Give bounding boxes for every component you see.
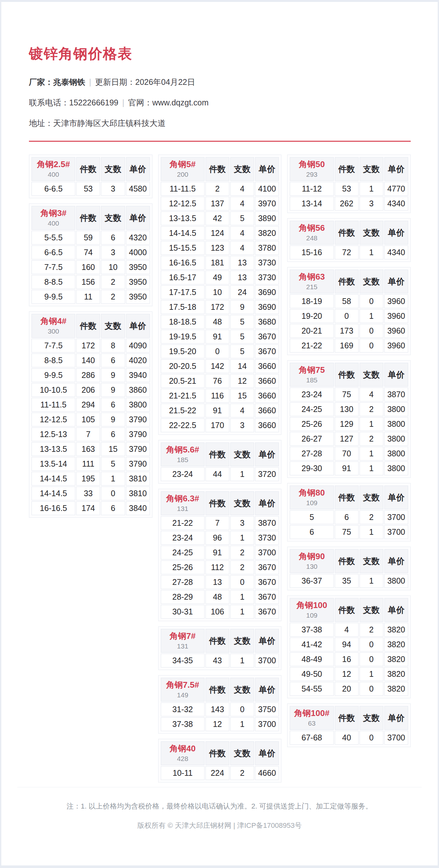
table-row: 9-9.5 11 2 3950 — [31, 290, 150, 304]
table-row: 49-50 12 1 3820 — [290, 667, 408, 681]
table-row: 28-29 48 1 3670 — [161, 590, 279, 604]
price-cell: 3890 — [255, 212, 279, 225]
footer-copyright: 版权所有 © 天津大邱庄钢材网 | 津ICP备17008953号 — [1, 821, 438, 830]
price-cell: 3870 — [255, 516, 279, 530]
price-cell: 4660 — [255, 766, 279, 780]
qty-cell: 170 — [206, 418, 229, 432]
qty-cell: 124 — [206, 226, 229, 240]
spec-cell: 20-21 — [290, 324, 333, 338]
count-cell: 1 — [359, 309, 383, 323]
spec-cell: 21-22 — [290, 339, 333, 352]
qty-cell: 35 — [335, 574, 359, 588]
col-header-price: 单价 — [126, 206, 150, 230]
table-row: 20-20.5 142 14 3660 — [161, 359, 279, 373]
price-cell: 3670 — [255, 605, 279, 619]
spec-cell: 41-42 — [290, 638, 333, 651]
table-row: 19.5-20 0 5 3670 — [161, 344, 279, 358]
col-header-price: 单价 — [384, 270, 408, 293]
spec-cell: 7-7.5 — [31, 260, 75, 274]
count-cell: 1 — [359, 447, 383, 461]
count-cell: 9 — [230, 300, 254, 314]
count-cell: 2 — [101, 275, 125, 289]
table-row: 6-6.5 53 3 4580 — [31, 182, 150, 196]
qty-cell: 129 — [335, 417, 359, 431]
spec-cell: 10-11 — [161, 766, 205, 780]
table-row: 20-21 173 0 3960 — [290, 324, 408, 338]
qty-cell: 172 — [76, 339, 100, 352]
qty-cell: 160 — [76, 260, 100, 274]
price-cell: 3950 — [126, 260, 150, 274]
col-header-qty: 件数 — [206, 442, 229, 466]
price-cell: 3660 — [255, 418, 279, 432]
table-row: 12-12.5 105 9 3790 — [31, 413, 150, 427]
table-row: 36-37 35 1 3800 — [290, 574, 408, 588]
table-row: 27-28 13 0 3670 — [161, 575, 279, 589]
table-row: 13-13.5 163 15 3790 — [31, 442, 150, 456]
price-table: 角钢6.3# 131 件数 支数 单价 21-22 7 3 3870 23-24… — [158, 489, 282, 621]
qty-cell: 169 — [335, 339, 359, 352]
table-header-row: 角钢5# 200 件数 支数 单价 — [161, 157, 279, 181]
spec-cell: 36-37 — [290, 574, 333, 588]
table-title: 角钢50 — [290, 160, 333, 169]
price-table: 角钢56 248 件数 支数 单价 15-16 72 1 4340 — [287, 218, 411, 262]
price-cell: 3670 — [255, 344, 279, 358]
qty-cell: 44 — [206, 467, 229, 481]
qty-cell: 13 — [206, 575, 229, 589]
col-header-count: 支数 — [230, 491, 254, 515]
table-title: 角钢63 — [290, 272, 333, 282]
price-cell: 3790 — [126, 427, 150, 441]
qty-cell: 7 — [76, 427, 100, 441]
qty-cell: 163 — [76, 442, 100, 456]
count-cell: 0 — [230, 703, 254, 716]
table-row: 23-24 44 1 3720 — [161, 467, 279, 481]
count-cell: 4 — [230, 182, 254, 196]
price-cell: 3750 — [255, 703, 279, 716]
col-header-price: 单价 — [255, 741, 279, 765]
meta-line-address: 地址：天津市静海区大邱庄镇科技大道 — [29, 118, 411, 128]
count-cell: 5 — [230, 330, 254, 344]
table-header-row: 角钢4# 300 件数 支数 单价 — [31, 314, 150, 338]
qty-cell: 96 — [206, 531, 229, 545]
footer-note: 注：1. 以上价格均为含税价格，最终价格以电话确认为准。2. 可提供送货上门、加… — [1, 802, 438, 811]
qty-cell: 0 — [335, 309, 359, 323]
price-cell: 3810 — [126, 472, 150, 486]
spec-cell: 16.5-17 — [161, 271, 205, 284]
count-cell: 2 — [359, 623, 383, 637]
qty-cell: 53 — [335, 182, 359, 196]
footer-divider — [18, 787, 421, 787]
price-cell: 4090 — [126, 339, 150, 352]
count-cell: 3 — [359, 197, 383, 211]
separator: | — [89, 78, 91, 87]
table-stock: 63 — [290, 719, 333, 727]
price-cell: 3730 — [255, 256, 279, 270]
table-row: 24-25 91 2 3700 — [161, 546, 279, 559]
qty-cell: 76 — [206, 374, 229, 388]
qty-cell: 172 — [206, 300, 229, 314]
table-row: 13-14 262 3 4340 — [290, 197, 408, 211]
count-cell: 1 — [359, 574, 383, 588]
price-cell: 3730 — [255, 271, 279, 284]
table-column: 角钢50 293 件数 支数 单价 11-12 53 1 4770 13-14 … — [287, 155, 411, 747]
table-row: 27-28 70 1 3800 — [290, 447, 408, 461]
table-name-cell: 角钢100 109 — [290, 598, 333, 622]
meta-line-contact: 联系电话：15222666199|官网：www.dqzgt.com — [29, 97, 411, 108]
table-header-row: 角钢63 215 件数 支数 单价 — [290, 270, 408, 293]
qty-cell: 40 — [335, 731, 359, 745]
qty-cell: 33 — [76, 487, 100, 500]
table-row: 20.5-21 76 12 3660 — [161, 374, 279, 388]
red-divider — [29, 141, 411, 142]
table-row: 11-11.5 2 4 4100 — [161, 182, 279, 196]
separator: | — [122, 98, 124, 107]
price-cell: 3800 — [384, 462, 408, 475]
price-cell: 4320 — [126, 231, 150, 245]
table-row: 37-38 12 1 3700 — [161, 717, 279, 731]
spec-cell: 6-6.5 — [31, 182, 75, 196]
table-row: 7-7.5 172 8 4090 — [31, 339, 150, 352]
qty-cell: 58 — [335, 294, 359, 308]
table-row: 31-32 143 0 3750 — [161, 703, 279, 716]
table-row: 25-26 112 2 3670 — [161, 560, 279, 574]
col-header-qty: 件数 — [335, 706, 359, 730]
spec-cell: 30-31 — [161, 605, 205, 619]
col-header-qty: 件数 — [76, 206, 100, 230]
qty-cell: 10 — [206, 285, 229, 299]
